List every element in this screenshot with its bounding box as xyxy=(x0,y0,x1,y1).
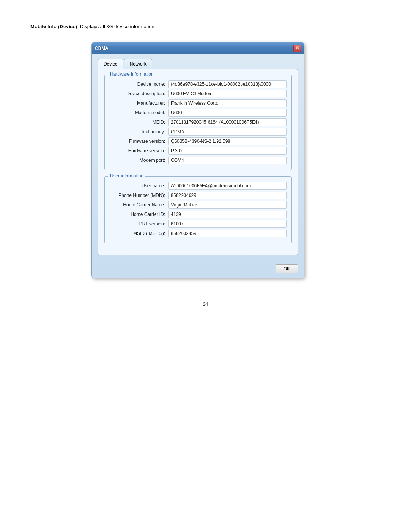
msid-label: MSID (IMSI_S): xyxy=(109,231,168,236)
cdma-dialog: CDMA ✕ Device Network Hardware informati… xyxy=(91,42,304,278)
home-carrier-name-value: Virgin Mobile xyxy=(168,201,287,209)
device-name-value: {4d36e978-e325-11ce-bfc1-08002be10318}\0… xyxy=(168,80,287,88)
device-description-label: Device description: xyxy=(109,91,168,96)
ok-button[interactable]: OK xyxy=(276,264,298,273)
table-row: User name: A100001006F5E4@modem.vmobl.co… xyxy=(109,182,287,190)
table-row: Modem port: COM4 xyxy=(109,157,287,164)
dialog-title: CDMA xyxy=(95,46,108,51)
table-row: Home Carrier ID: 4139 xyxy=(109,211,287,218)
tab-network[interactable]: Network xyxy=(124,59,152,69)
table-row: Phone Number (MDN): 8582204629 xyxy=(109,192,287,199)
msid-value: 8582002459 xyxy=(168,230,287,237)
close-button[interactable]: ✕ xyxy=(293,45,301,52)
tab-content-device: Hardware information Device name: {4d36e… xyxy=(98,69,298,255)
meid-value: 27011317920045 6164 (A100001006F5E4) xyxy=(168,118,287,126)
technology-label: Technology: xyxy=(109,129,168,134)
user-section-title: User information xyxy=(108,173,145,179)
technology-value: CDMA xyxy=(168,128,287,136)
phone-number-label: Phone Number (MDN): xyxy=(109,193,168,198)
hardware-version-label: Hardware version: xyxy=(109,148,168,153)
firmware-version-label: Firmware version: xyxy=(109,139,168,144)
user-information-section: User information User name: A100001006F5… xyxy=(104,176,292,243)
table-row: Modem model: U600 xyxy=(109,109,287,117)
home-carrier-id-value: 4139 xyxy=(168,211,287,218)
intro-description: : Displays all 3G device information. xyxy=(77,24,156,29)
table-row: Home Carrier Name: Virgin Mobile xyxy=(109,201,287,209)
table-row: Hardware version: P 3.0 xyxy=(109,147,287,155)
page-number: 24 xyxy=(30,301,381,307)
prl-version-value: 61007 xyxy=(168,220,287,228)
home-carrier-name-label: Home Carrier Name: xyxy=(109,202,168,208)
intro-paragraph: Mobile Info (Device): Displays all 3G de… xyxy=(30,23,381,30)
firmware-version-value: Q6085B-4390-NS-2.1.92.598 xyxy=(168,137,287,145)
hardware-section-title: Hardware information xyxy=(108,72,155,77)
modem-model-label: Modem model: xyxy=(109,110,168,115)
device-name-label: Device name: xyxy=(109,81,168,87)
user-name-value: A100001006F5E4@modem.vmobl.com xyxy=(168,182,287,190)
phone-number-value: 8582204629 xyxy=(168,192,287,199)
tab-device[interactable]: Device xyxy=(98,59,123,69)
intro-bold: Mobile Info (Device) xyxy=(30,24,77,29)
hardware-version-value: P 3.0 xyxy=(168,147,287,155)
meid-label: MEID: xyxy=(109,120,168,125)
table-row: MSID (IMSI_S): 8582002459 xyxy=(109,230,287,237)
table-row: Device name: {4d36e978-e325-11ce-bfc1-08… xyxy=(109,80,287,88)
dialog-titlebar: CDMA ✕ xyxy=(92,42,304,54)
dialog-footer: OK xyxy=(92,261,304,278)
table-row: PRL version: 61007 xyxy=(109,220,287,228)
table-row: Manufacturer: Franklin Wireless Corp. xyxy=(109,99,287,107)
home-carrier-id-label: Home Carrier ID: xyxy=(109,212,168,217)
manufacturer-label: Manufacturer: xyxy=(109,101,168,106)
dialog-body: Device Network Hardware information Devi… xyxy=(92,54,304,261)
table-row: MEID: 27011317920045 6164 (A100001006F5E… xyxy=(109,118,287,126)
prl-version-label: PRL version: xyxy=(109,221,168,227)
table-row: Firmware version: Q6085B-4390-NS-2.1.92.… xyxy=(109,137,287,145)
table-row: Technology: CDMA xyxy=(109,128,287,136)
hardware-information-section: Hardware information Device name: {4d36e… xyxy=(104,75,292,170)
user-name-label: User name: xyxy=(109,183,168,189)
modem-model-value: U600 xyxy=(168,109,287,117)
tab-bar: Device Network xyxy=(98,59,298,69)
table-row: Device description: U600 EVDO Modem xyxy=(109,90,287,97)
modem-port-value: COM4 xyxy=(168,157,287,164)
modem-port-label: Modem port: xyxy=(109,158,168,163)
device-description-value: U600 EVDO Modem xyxy=(168,90,287,97)
manufacturer-value: Franklin Wireless Corp. xyxy=(168,99,287,107)
